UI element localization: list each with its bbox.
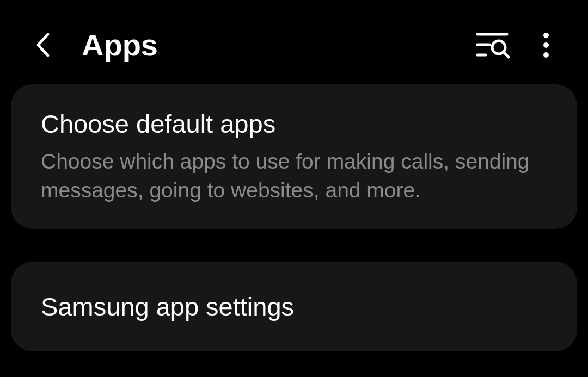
filter-search-button[interactable] xyxy=(476,32,510,59)
samsung-app-settings-card[interactable]: Samsung app settings xyxy=(11,262,577,351)
back-button[interactable] xyxy=(33,30,54,60)
filter-search-icon xyxy=(476,32,510,59)
card-subtitle: Choose which apps to use for making call… xyxy=(41,147,547,205)
svg-point-7 xyxy=(543,52,549,58)
page-title: Apps xyxy=(82,27,449,63)
more-vertical-icon xyxy=(542,32,550,59)
svg-point-5 xyxy=(543,33,549,38)
card-title: Choose default apps xyxy=(41,109,547,139)
content: Choose default apps Choose which apps to… xyxy=(0,84,588,377)
card-title: Samsung app settings xyxy=(41,292,547,322)
more-options-button[interactable] xyxy=(542,32,550,59)
header-actions xyxy=(476,32,550,59)
chevron-left-icon xyxy=(33,30,54,60)
header: Apps xyxy=(0,0,588,84)
svg-line-4 xyxy=(504,52,509,57)
svg-point-6 xyxy=(543,42,549,48)
choose-default-apps-card[interactable]: Choose default apps Choose which apps to… xyxy=(11,84,577,229)
